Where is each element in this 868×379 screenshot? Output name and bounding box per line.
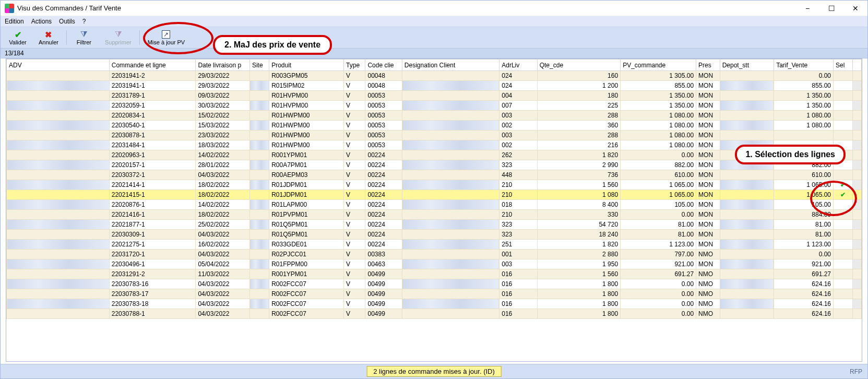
menu-outils[interactable]: Outils [59, 18, 75, 25]
table-row[interactable]: ████22031941-229/03/2022████R003GPM05V00… [7, 71, 862, 81]
cell: R01LAPM00 [269, 200, 344, 210]
cell: 0.00 [621, 150, 696, 160]
table-row[interactable]: ████22021877-125/02/2022████R01Q5PM01V00… [7, 220, 862, 230]
col-adr[interactable]: AdrLiv [500, 60, 537, 71]
cell: ████ [402, 140, 499, 150]
table-row[interactable]: ████22031484-118/03/2022████R01HWPM00V00… [7, 140, 862, 150]
filtrer-button[interactable]: ⧩ Filtrer [69, 28, 99, 47]
annuler-button[interactable]: ✖ Annuler [33, 28, 64, 47]
scrollbar-cell[interactable] [853, 279, 862, 289]
scrollbar-cell[interactable] [853, 160, 862, 170]
scrollbar-cell[interactable] [853, 240, 862, 250]
scrollbar-cell[interactable] [853, 131, 862, 140]
col-depot[interactable]: Depot_stt [720, 60, 774, 71]
table-row[interactable]: ████22030783-1804/03/2022████R002FCC07V0… [7, 299, 862, 309]
col-qte[interactable]: Qte_cde [537, 60, 620, 71]
table-row[interactable]: ████22030309-104/03/2022████R01Q5PM01V00… [7, 230, 862, 240]
col-prod[interactable]: Produit [269, 60, 344, 71]
table-row[interactable]: ████22021275-116/02/2022████R033GDE01V00… [7, 240, 862, 250]
col-code[interactable]: Code clie [365, 60, 402, 71]
table-row[interactable]: ████22031941-129/03/2022████R015IPM02V00… [7, 81, 862, 91]
scrollbar-cell[interactable] [853, 210, 862, 220]
table-row[interactable]: ████22021414-118/02/2022████R01JDPM01V00… [7, 180, 862, 190]
cell: 0.00 [621, 289, 696, 299]
scrollbar-cell[interactable] [853, 140, 862, 150]
cell: 210 [500, 180, 537, 190]
maximize-button[interactable]: ☐ [819, 1, 843, 16]
cell: 00053 [365, 111, 402, 121]
table-row[interactable]: ████22031291-211/03/2022████R001YPM01V00… [7, 269, 862, 279]
col-pres[interactable]: Pres [696, 60, 720, 71]
table-row[interactable]: ████22030783-1604/03/2022████R002FCC07V0… [7, 279, 862, 289]
col-sel[interactable]: Sel [834, 60, 853, 71]
col-tarif[interactable]: Tarif_Vente [774, 60, 834, 71]
table-row[interactable]: ████22020834-115/02/2022████R01HWPM00V00… [7, 111, 862, 121]
scrollbar-cell[interactable] [853, 269, 862, 279]
data-grid[interactable]: ADV Commande et ligne Date livraison p S… [6, 59, 862, 361]
cell: V [344, 200, 365, 210]
valider-button[interactable]: ✔ Valider [3, 28, 33, 47]
table-row[interactable]: ████22030783-1704/03/2022████R002FCC07V0… [7, 289, 862, 299]
table-row[interactable]: ████22031789-109/03/2022████R01HVPM00V00… [7, 91, 862, 101]
minimize-button[interactable]: − [795, 1, 819, 16]
table-row[interactable]: ████22021415-118/02/2022████R01JDPM01V00… [7, 190, 862, 200]
table-row[interactable]: ████22020876-114/02/2022████R01LAPM00V00… [7, 200, 862, 210]
scrollbar-cell[interactable] [853, 190, 862, 200]
table-row[interactable]: ████22030878-123/03/2022████R01HWPM00V00… [7, 131, 862, 140]
scrollbar-cell[interactable] [853, 250, 862, 259]
cell: 1 080.00 [621, 140, 696, 150]
col-pv[interactable]: PV_commande [621, 60, 696, 71]
cell: MON [696, 111, 720, 121]
scrollbar-cell[interactable] [853, 111, 862, 121]
col-adv[interactable]: ADV [7, 60, 110, 71]
scrollbar-cell[interactable] [853, 150, 862, 160]
scrollbar-cell[interactable] [853, 309, 862, 319]
table-row[interactable]: ████22032059-130/03/2022████R01HVPM00V00… [7, 101, 862, 111]
scrollbar-cell[interactable] [853, 91, 862, 101]
cell: 22021275-1 [109, 240, 196, 250]
scrollbar-cell[interactable] [853, 259, 862, 269]
table-row[interactable]: ████22021416-118/02/2022████R01PVPM01V00… [7, 210, 862, 220]
cell: 921.00 [621, 259, 696, 269]
cell: ████ [7, 140, 110, 150]
majpv-button[interactable]: ↗ Mise à jour PV [142, 28, 191, 47]
close-button[interactable]: ✕ [843, 1, 867, 16]
col-date[interactable]: Date livraison p [196, 60, 250, 71]
scrollbar-cell[interactable] [853, 220, 862, 230]
cell: 00053 [365, 131, 402, 140]
cell: V [344, 250, 365, 259]
table-row[interactable]: ████22030496-105/04/2022████R01FPPM00V00… [7, 259, 862, 269]
scrollbar-cell[interactable] [853, 81, 862, 91]
scrollbar-cell[interactable] [853, 101, 862, 111]
menubar: Edition Actions Outils ? [1, 16, 867, 27]
cell: ████ [720, 190, 774, 200]
col-type[interactable]: Type [344, 60, 365, 71]
cell: 180 [537, 91, 620, 101]
menu-edition[interactable]: Edition [5, 18, 24, 25]
table-row[interactable]: ████22030540-115/03/2022████R01HWPM00V00… [7, 121, 862, 131]
table-row[interactable]: ████22031720-104/03/2022████R02PJCC01V00… [7, 250, 862, 259]
scrollbar-cell[interactable] [853, 121, 862, 131]
col-cmd[interactable]: Commande et ligne [109, 60, 196, 71]
scrollbar-cell[interactable] [853, 180, 862, 190]
cell: 04/03/2022 [196, 250, 250, 259]
col-site[interactable]: Site [249, 60, 269, 71]
scrollbar-cell[interactable] [853, 170, 862, 180]
cell: MON [696, 160, 720, 170]
menu-help[interactable]: ? [82, 18, 86, 25]
table-row[interactable]: ████22020157-128/01/2022████R00A7PM01V00… [7, 160, 862, 170]
cell: R01Q5PM01 [269, 230, 344, 240]
menu-actions[interactable]: Actions [31, 18, 52, 25]
table-row[interactable]: ████22020963-114/02/2022████R001YPM01V00… [7, 150, 862, 160]
cell: V [344, 230, 365, 240]
col-desig[interactable]: Designation Client [402, 60, 499, 71]
cell: 18/03/2022 [196, 140, 250, 150]
scrollbar-cell[interactable] [853, 230, 862, 240]
table-row[interactable]: ████22030788-104/03/2022████R002FCC07V00… [7, 309, 862, 319]
scrollbar-cell[interactable] [853, 71, 862, 81]
scrollbar-cell[interactable] [853, 289, 862, 299]
scrollbar-cell[interactable] [853, 299, 862, 309]
scrollbar-cell[interactable] [853, 200, 862, 210]
table-row[interactable]: ████22030372-104/03/2022████R00AEPM03V00… [7, 170, 862, 180]
cell: 624.16 [774, 309, 834, 319]
